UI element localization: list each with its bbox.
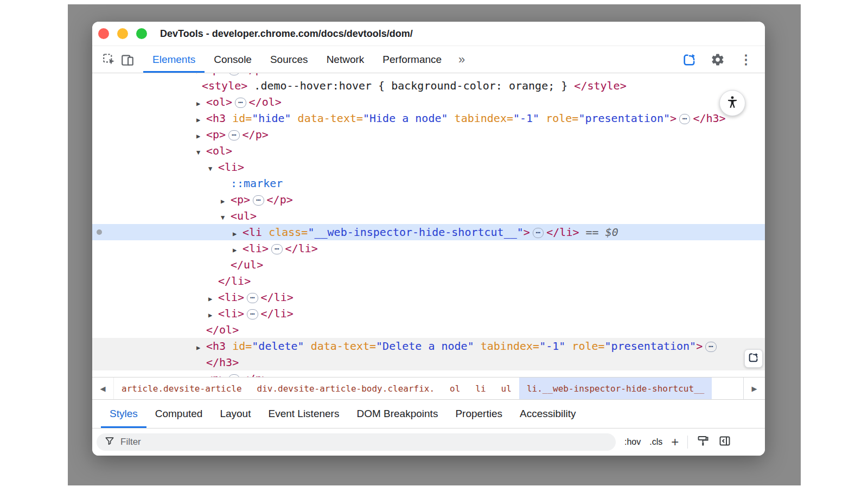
disclosure-arrow-icon[interactable]: ▼ xyxy=(208,161,218,177)
dom-tree-row[interactable]: ▶<li>⋯</li> xyxy=(92,289,765,305)
disclosure-arrow-icon[interactable]: ▶ xyxy=(196,128,206,144)
rendering-emulation-icon[interactable] xyxy=(697,434,710,450)
dom-tree-row[interactable]: ::marker xyxy=(92,175,765,191)
dom-tree-row[interactable]: ▶<h3 id="delete" data-text="Delete a nod… xyxy=(92,338,765,354)
sidebar-tab-accessibility[interactable]: Accessibility xyxy=(511,400,584,428)
code-token: </ol> xyxy=(206,323,239,336)
sidebar-tab-layout[interactable]: Layout xyxy=(211,400,259,428)
sidebar-tab-properties[interactable]: Properties xyxy=(446,400,511,428)
ellipsis-pill[interactable]: ⋯ xyxy=(705,342,716,352)
settings-gear-icon[interactable] xyxy=(709,50,727,69)
disclosure-arrow-icon[interactable]: ▼ xyxy=(196,144,206,161)
tab-performance[interactable]: Performance xyxy=(373,46,451,73)
code-token: ::marker xyxy=(231,177,283,190)
disclosure-arrow-icon[interactable]: ▶ xyxy=(233,242,242,258)
breadcrumb-item[interactable]: ol xyxy=(442,378,468,399)
code-token: </li> xyxy=(285,242,318,255)
disclosure-arrow-icon[interactable]: ▶ xyxy=(196,95,206,112)
breadcrumb-item[interactable]: ul xyxy=(494,378,519,399)
code-token: <p> xyxy=(206,73,226,76)
dom-tree-row[interactable]: ▼<ul> xyxy=(92,208,765,224)
zoom-window-button[interactable] xyxy=(136,28,147,39)
dom-tree-row[interactable]: ▼<ol> xyxy=(92,143,765,159)
ellipsis-pill[interactable]: ⋯ xyxy=(235,98,246,108)
dom-tree-row[interactable]: ▼<li> xyxy=(92,159,765,175)
disclosure-arrow-icon[interactable]: ▶ xyxy=(196,112,206,128)
ellipsis-pill[interactable]: ⋯ xyxy=(247,293,258,303)
sidebar-tab-dom-breakpoints[interactable]: DOM Breakpoints xyxy=(348,400,446,428)
dom-tree-row[interactable]: </ul> xyxy=(92,257,765,273)
disclosure-arrow-icon[interactable]: ▼ xyxy=(221,209,231,226)
code-token: > xyxy=(524,226,530,239)
breadcrumb-scroll-right-button[interactable]: ▶ xyxy=(743,378,765,399)
dom-tree-row[interactable]: </li> xyxy=(92,273,765,289)
code-token: <p> xyxy=(206,372,226,377)
new-style-rule-button[interactable]: + xyxy=(671,436,679,449)
code-token: <h3 xyxy=(206,112,226,125)
ellipsis-pill[interactable]: ⋯ xyxy=(679,114,690,124)
scroll-into-view-button[interactable] xyxy=(744,349,763,368)
code-token: $0 xyxy=(605,226,618,239)
dom-tree-row[interactable]: ▶<ol>⋯</ol> xyxy=(92,94,765,110)
disclosure-arrow-icon[interactable]: ▶ xyxy=(233,226,242,242)
dom-tree-row[interactable]: ▶<li class="__web-inspector-hide-shortcu… xyxy=(92,224,765,240)
more-tabs-icon[interactable]: » xyxy=(451,46,473,73)
dom-tree-row[interactable]: <style> .demo--hover:hover { background-… xyxy=(92,78,765,94)
breadcrumb-scroll-left-button[interactable]: ◀ xyxy=(92,378,114,399)
dom-tree-row[interactable]: ▶<li>⋯</li> xyxy=(92,305,765,322)
dom-tree-row[interactable]: ▶<p>⋯</p> xyxy=(92,73,765,78)
sidebar-tab-styles[interactable]: Styles xyxy=(101,400,146,428)
ellipsis-pill[interactable]: ⋯ xyxy=(533,228,544,238)
close-window-button[interactable] xyxy=(98,28,109,39)
breadcrumb-item[interactable]: li.__web-inspector-hide-shortcut__ xyxy=(519,378,712,399)
accessibility-overlay-button[interactable] xyxy=(719,90,745,116)
disclosure-arrow-icon[interactable]: ▶ xyxy=(221,193,231,209)
ellipsis-pill[interactable]: ⋯ xyxy=(247,309,258,319)
accessibility-person-icon xyxy=(725,95,739,111)
dom-tree-row[interactable]: </ol> xyxy=(92,322,765,338)
selected-row-dot xyxy=(97,229,102,235)
disclosure-arrow-icon[interactable]: ▶ xyxy=(196,372,206,377)
disclosure-arrow-icon[interactable]: ▶ xyxy=(208,307,218,323)
code-token: "delete" xyxy=(252,340,304,353)
tab-sources[interactable]: Sources xyxy=(261,46,317,73)
inspect-element-icon[interactable] xyxy=(100,50,118,69)
code-token: "hide" xyxy=(252,112,291,125)
dom-tree-row[interactable]: ▶<li>⋯</li> xyxy=(92,240,765,257)
code-token: <li> xyxy=(242,242,269,255)
dom-tree-row[interactable]: </h3> xyxy=(92,354,765,370)
dom-tree-row[interactable]: ▶<p>⋯</p> xyxy=(92,126,765,143)
disclosure-arrow-icon[interactable]: ▶ xyxy=(208,291,218,307)
sidebar-tab-event-listeners[interactable]: Event Listeners xyxy=(259,400,348,428)
code-token: </style> xyxy=(574,79,626,92)
code-token: "Delete a node" xyxy=(376,340,474,353)
breadcrumb-item[interactable]: li xyxy=(468,378,493,399)
breadcrumb-item[interactable]: article.devsite-article xyxy=(114,378,250,399)
dom-tree-row[interactable]: ▶<h3 id="hide" data-text="Hide a node" t… xyxy=(92,110,765,126)
ellipsis-pill[interactable]: ⋯ xyxy=(228,73,239,75)
disclosure-arrow-icon[interactable]: ▶ xyxy=(196,340,206,356)
filter-input[interactable]: Filter xyxy=(97,433,616,451)
tab-console[interactable]: Console xyxy=(205,46,261,73)
ellipsis-pill[interactable]: ⋯ xyxy=(271,244,282,254)
dom-tree-row[interactable]: ▶<p>⋯</p> xyxy=(92,370,765,377)
minimize-window-button[interactable] xyxy=(117,28,128,39)
dom-tree: ▶<p>⋯</p><style> .demo--hover:hover { ba… xyxy=(92,73,765,377)
ellipsis-pill[interactable]: ⋯ xyxy=(228,130,239,140)
code-token: <ol> xyxy=(206,144,232,157)
ellipsis-pill[interactable]: ⋯ xyxy=(253,195,264,206)
dom-tree-row[interactable]: ▶<p>⋯</p> xyxy=(92,191,765,208)
tab-network[interactable]: Network xyxy=(317,46,374,73)
code-token: </p> xyxy=(242,128,269,141)
code-token: </p> xyxy=(267,193,293,206)
kebab-menu-icon[interactable]: ⋮ xyxy=(737,50,755,69)
toggle-sidebar-icon[interactable] xyxy=(718,434,731,450)
element-classes-button[interactable]: .cls xyxy=(649,437,662,447)
element-overlay-badge-icon[interactable] xyxy=(680,50,699,69)
device-toolbar-icon[interactable] xyxy=(118,50,137,69)
breadcrumb-item[interactable]: div.devsite-article-body.clearfix. xyxy=(250,378,443,399)
traffic-lights xyxy=(98,28,147,39)
sidebar-tab-computed[interactable]: Computed xyxy=(146,400,212,428)
toggle-element-state-button[interactable]: :hov xyxy=(624,437,641,447)
tab-elements[interactable]: Elements xyxy=(143,46,205,73)
